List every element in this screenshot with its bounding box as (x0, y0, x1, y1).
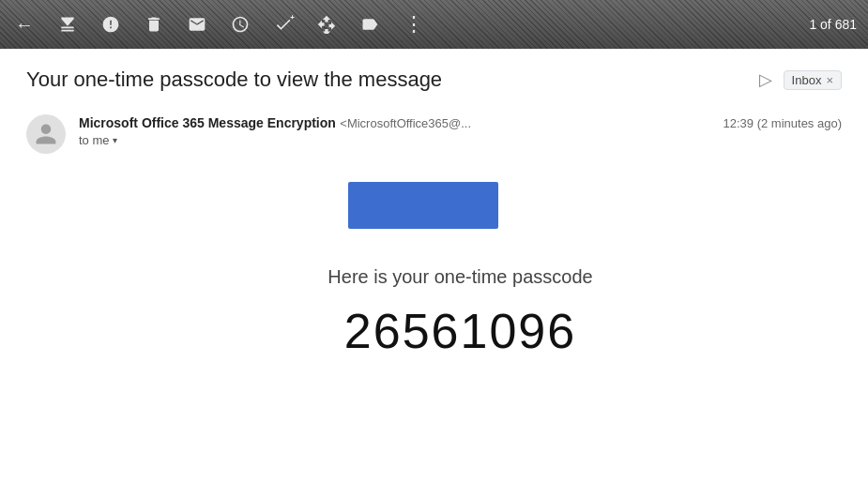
email-subject: Your one-time passcode to view the messa… (26, 68, 748, 92)
passcode-value: 26561096 (344, 303, 576, 359)
inbox-close-icon[interactable]: × (826, 73, 833, 87)
snooze-icon[interactable] (227, 11, 253, 38)
back-icon[interactable]: ← (11, 11, 38, 38)
label-icon[interactable] (357, 11, 383, 38)
report-spam-icon[interactable] (98, 11, 124, 38)
avatar (26, 114, 66, 154)
toolbar: ← + ⋮ 1 of 681 (0, 0, 868, 49)
delete-icon[interactable] (141, 11, 167, 38)
mark-unread-icon[interactable] (184, 11, 210, 38)
sender-email: <MicrosoftOffice365@... (340, 116, 471, 130)
inbox-label: Inbox (792, 73, 822, 87)
passcode-label: Here is your one-time passcode (327, 266, 592, 288)
microsoft-logo-banner (348, 182, 498, 229)
sender-info: Microsoft Office 365 Message Encryption … (79, 114, 710, 147)
move-to-icon[interactable] (313, 11, 340, 38)
to-me-row[interactable]: to me ▾ (79, 133, 710, 147)
email-time: 12:39 (2 minutes ago) (723, 114, 842, 130)
person-icon (34, 122, 58, 146)
email-counter: 1 of 681 (809, 17, 857, 32)
sender-name-line: Microsoft Office 365 Message Encryption … (79, 114, 710, 131)
to-me-dropdown-icon[interactable]: ▾ (113, 135, 117, 145)
inbox-badge[interactable]: Inbox × (784, 70, 842, 90)
forward-icon[interactable]: ▷ (759, 69, 772, 90)
archive-icon[interactable] (54, 11, 81, 38)
sender-name: Microsoft Office 365 Message Encryption (79, 115, 336, 130)
more-options-icon[interactable]: ⋮ (400, 11, 426, 38)
to-me-label: to me (79, 133, 110, 147)
email-body: Here is your one-time passcode 26561096 (0, 163, 868, 378)
subject-bar: Your one-time passcode to view the messa… (0, 49, 868, 105)
email-header: Microsoft Office 365 Message Encryption … (0, 105, 868, 163)
done-icon[interactable]: + (270, 11, 297, 38)
